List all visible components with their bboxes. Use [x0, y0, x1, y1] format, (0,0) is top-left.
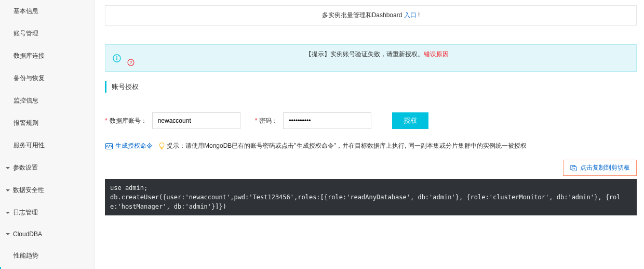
sidebar-item-label: 账号管理 [14, 29, 38, 38]
sidebar-item-9[interactable]: 日志管理 [0, 201, 94, 224]
banner-text: 多实例批量管理和Dashboard [322, 11, 404, 19]
account-input[interactable] [152, 112, 240, 129]
hint-label: 提示： [167, 142, 185, 150]
copy-icon [570, 164, 577, 172]
sidebar-item-label: 参数设置 [13, 163, 38, 172]
alert-text: 【提示】实例账号验证失败，请重新授权。错误原因? [127, 50, 629, 66]
sidebar-item-label: 报警规则 [14, 119, 38, 127]
sidebar-item-label: 性能趋势 [14, 251, 38, 260]
password-label: *密码： [255, 117, 278, 125]
banner-link[interactable]: 入口 [404, 11, 417, 19]
sidebar-item-1[interactable]: 账号管理 [0, 22, 94, 45]
bulb-icon [158, 142, 166, 150]
password-input[interactable] [283, 112, 371, 129]
sidebar: 基本信息账号管理数据库连接备份与恢复监控信息报警规则服务可用性参数设置数据安全性… [0, 0, 95, 269]
sidebar-item-10[interactable]: CloudDBA [0, 224, 94, 245]
sidebar-item-12[interactable]: 实时性能 [0, 267, 94, 269]
svg-rect-2 [116, 56, 117, 57]
sidebar-item-11[interactable]: 性能趋势 [0, 245, 94, 267]
sidebar-item-label: 服务可用性 [14, 141, 45, 150]
help-icon[interactable]: ? [127, 59, 629, 66]
sidebar-item-label: CloudDBA [13, 230, 42, 238]
sidebar-item-label: 日志管理 [13, 208, 38, 217]
sidebar-item-2[interactable]: 数据库连接 [0, 45, 94, 67]
sidebar-item-label: 备份与恢复 [14, 74, 45, 83]
copy-button[interactable]: 点击复制到剪切板 [563, 160, 637, 176]
copy-label: 点击复制到剪切板 [580, 163, 630, 172]
dashboard-banner: 多实例批量管理和Dashboard 入口 ! [105, 5, 637, 25]
hint-text: 请使用MongoDB已有的账号密码或点击"生成授权命令"，并在目标数据库上执行,… [185, 142, 527, 150]
sidebar-item-0[interactable]: 基本信息 [0, 0, 94, 22]
copy-row: 点击复制到剪切板 [105, 160, 637, 176]
sidebar-item-5[interactable]: 报警规则 [0, 112, 94, 134]
auth-alert: 【提示】实例账号验证失败，请重新授权。错误原因? [105, 44, 637, 72]
sidebar-item-7[interactable]: 参数设置 [0, 157, 94, 179]
code-icon [105, 142, 113, 150]
auth-form: *数据库账号： *密码： 授权 [105, 112, 637, 129]
info-icon [113, 54, 121, 62]
authorize-button[interactable]: 授权 [392, 112, 428, 129]
account-label: *数据库账号： [105, 117, 147, 125]
code-block: use admin; db.createUser({user:'newaccou… [105, 179, 637, 215]
sidebar-item-label: 监控信息 [14, 96, 38, 105]
sidebar-item-3[interactable]: 备份与恢复 [0, 67, 94, 89]
hint-row: 生成授权命令 提示： 请使用MongoDB已有的账号密码或点击"生成授权命令"，… [105, 142, 637, 150]
sidebar-item-6[interactable]: 服务可用性 [0, 134, 94, 157]
svg-text:?: ? [129, 60, 132, 65]
svg-rect-1 [116, 57, 117, 60]
main-content: 多实例批量管理和Dashboard 入口 ! 【提示】实例账号验证失败，请重新授… [95, 0, 644, 269]
sidebar-item-label: 数据安全性 [13, 186, 44, 195]
section-title: 账号授权 [105, 81, 637, 93]
sidebar-item-label: 数据库连接 [14, 52, 45, 60]
sidebar-item-8[interactable]: 数据安全性 [0, 179, 94, 201]
alert-error-link[interactable]: 错误原因 [424, 50, 449, 58]
alert-msg: 【提示】实例账号验证失败，请重新授权。 [305, 50, 424, 58]
banner-suffix: ! [417, 11, 420, 19]
sidebar-item-4[interactable]: 监控信息 [0, 89, 94, 112]
generate-command-link[interactable]: 生成授权命令 [115, 142, 153, 150]
sidebar-item-label: 基本信息 [14, 7, 38, 16]
